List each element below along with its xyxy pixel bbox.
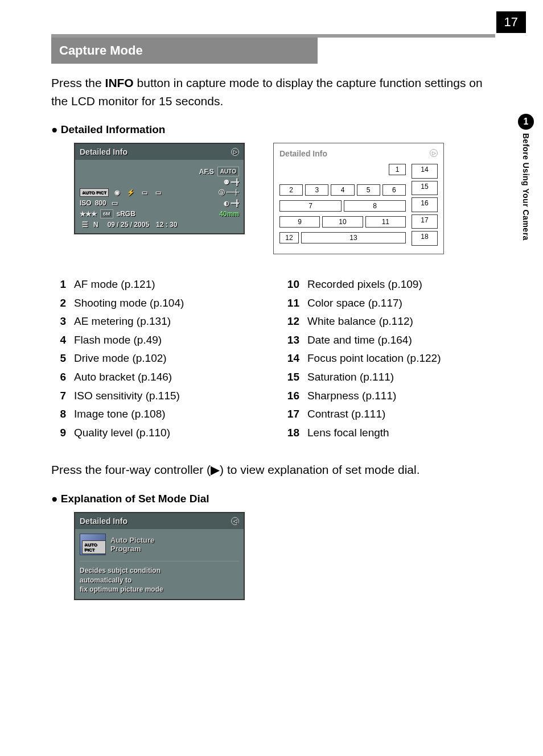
- lt: Sharpness (p.111): [307, 389, 396, 404]
- lt: Contrast (p.111): [307, 407, 385, 422]
- legend: 1AF mode (p.121) 2Shooting mode (p.104) …: [51, 277, 495, 444]
- dg-15: 15: [412, 181, 438, 196]
- lt: ISO sensitivity (p.115): [74, 389, 180, 404]
- lt: AF mode (p.121): [74, 277, 155, 292]
- side-tab: 1 Before Using Your Camera: [515, 114, 537, 241]
- sharpness-icon: Ⓢ ━╋: [219, 188, 239, 197]
- time-value: 12 : 30: [156, 221, 177, 229]
- wb-n: N: [93, 221, 98, 229]
- dg-10: 10: [322, 216, 363, 228]
- chapter-number-badge: 1: [518, 114, 534, 130]
- desc-l2: automatically to: [80, 576, 239, 585]
- lcd-title-text: Detailed Info: [80, 147, 127, 156]
- autopict-chip: AUTO PICT: [82, 540, 106, 554]
- page-number: 17: [496, 11, 526, 33]
- fw-suffix: ) to view explanation of set mode dial.: [220, 463, 419, 476]
- dg-3: 3: [305, 184, 328, 196]
- page-content: Capture Mode Press the INFO button in ca…: [51, 34, 495, 600]
- ln: 4: [51, 333, 66, 348]
- lcd2-body: AUTO PICT Auto Picture Program Decides s…: [75, 529, 244, 599]
- lt: Drive mode (p.102): [74, 351, 167, 366]
- mode-name-l1: Auto Picture: [110, 536, 154, 544]
- dg-16: 16: [412, 197, 438, 212]
- quality-stars: ★★★: [80, 210, 97, 218]
- diagram-title-text: Detailed Info: [279, 149, 327, 158]
- intro-prefix: Press the: [51, 76, 105, 89]
- nav-circle-icon: ◁: [231, 517, 239, 525]
- dg-8: 8: [344, 200, 406, 212]
- ln: 18: [285, 425, 299, 441]
- lt: Flash mode (p.49): [74, 333, 162, 348]
- lt: Saturation (p.111): [307, 370, 394, 385]
- legend-right: 10Recorded pixels (p.109) 11Color space …: [285, 277, 495, 444]
- afs-label: AF.S: [199, 168, 214, 176]
- ln: 8: [51, 407, 66, 422]
- dg-1: 1: [389, 164, 406, 175]
- lt: Shooting mode (p.104): [74, 296, 184, 311]
- nav-circle-icon: ▷: [231, 148, 239, 156]
- desc-l3: fix optimum picture mode: [80, 585, 239, 594]
- ln: 13: [285, 333, 299, 348]
- dg-4: 4: [331, 184, 354, 196]
- four-way-paragraph: Press the four-way controller (▶) to vie…: [51, 461, 495, 479]
- flash-icon: ⚡: [126, 189, 136, 196]
- dg-6: 6: [382, 184, 406, 196]
- dg-9: 9: [279, 216, 320, 228]
- dg-17: 17: [412, 214, 438, 229]
- iso-label: ISO: [80, 199, 92, 207]
- lt: Focus point location (p.122): [307, 351, 441, 366]
- dg-12: 12: [279, 232, 299, 243]
- ln: 10: [285, 277, 299, 292]
- lt: Auto bracket (p.146): [74, 370, 172, 385]
- bullet-detailed-information: Detailed Information: [51, 123, 495, 136]
- pixels-box: 6M: [100, 209, 113, 218]
- contrast-icon: ◐ ━╋: [224, 200, 239, 207]
- lt: Recorded pixels (p.109): [307, 277, 422, 292]
- intro-paragraph: Press the INFO button in capture mode to…: [51, 74, 495, 110]
- dg-18: 18: [412, 231, 438, 246]
- lcd-explanation: Detailed Info ◁ AUTO PICT Auto Picture P…: [74, 512, 245, 600]
- intro-bold: INFO: [105, 76, 134, 89]
- ln: 12: [285, 314, 299, 329]
- screens-row: Detailed Info ▷ AF.S AUTO ⚉ ━╋ AUTO PICT…: [74, 143, 495, 254]
- focal-length: 40mm: [219, 210, 239, 218]
- autopict-chip: AUTO PICT: [80, 188, 109, 197]
- ln: 1: [51, 277, 66, 292]
- dg-14: 14: [412, 164, 438, 179]
- chapter-title: Before Using Your Camera: [521, 133, 530, 241]
- lt: Lens focal length: [307, 425, 389, 441]
- ln: 14: [285, 351, 299, 366]
- lcd-title-bar: Detailed Info ▷: [75, 144, 244, 160]
- ln: 7: [51, 389, 66, 404]
- lt: Date and time (p.164): [307, 333, 412, 348]
- ln: 15: [285, 370, 299, 385]
- lt: Quality level (p.110): [74, 425, 170, 441]
- legend-left: 1AF mode (p.121) 2Shooting mode (p.104) …: [51, 277, 262, 444]
- bullet-explanation: Explanation of Set Mode Dial: [51, 493, 495, 505]
- lcd-detailed-info: Detailed Info ▷ AF.S AUTO ⚉ ━╋ AUTO PICT…: [74, 143, 245, 234]
- date-value: 09 / 25 / 2005: [108, 221, 149, 229]
- auto-focus-box: AUTO: [217, 167, 239, 176]
- ln: 2: [51, 296, 66, 311]
- ln: 6: [51, 370, 66, 385]
- dg-7: 7: [279, 200, 342, 212]
- color-space: sRGB: [117, 210, 135, 218]
- nav-circle-icon: ▷: [430, 149, 438, 157]
- saturation-icon: ⚉ ━╋: [224, 179, 239, 186]
- lt: AE metering (p.131): [74, 314, 171, 329]
- dg-5: 5: [357, 184, 380, 196]
- iso-value: 800: [95, 199, 106, 207]
- ln: 17: [285, 407, 299, 422]
- lt: Image tone (p.108): [74, 407, 166, 422]
- diagram-title: Detailed Info ▷: [279, 149, 438, 158]
- dg-13: 13: [301, 232, 406, 243]
- mode-name-l2: Program: [110, 544, 154, 553]
- layout-diagram: Detailed Info ▷ 1 2 3 4 5 6: [273, 143, 444, 254]
- image-tone-icon: ▭: [110, 199, 120, 207]
- lcd-body: AF.S AUTO ⚉ ━╋ AUTO PICT ◉ ⚡ ▭ ▭ Ⓢ ━╋ IS…: [75, 160, 244, 233]
- right-arrow-icon: ▶: [211, 463, 220, 476]
- desc-l1: Decides subjct condition: [80, 566, 239, 576]
- dg-2: 2: [279, 184, 303, 196]
- lt: Color space (p.117): [307, 296, 402, 311]
- ln: 9: [51, 425, 66, 441]
